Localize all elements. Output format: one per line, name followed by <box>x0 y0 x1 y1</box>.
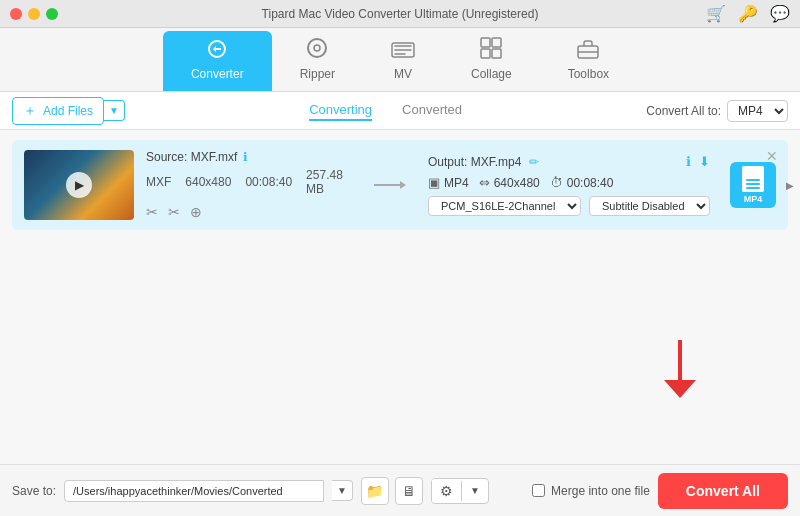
title-bar: Tipard Mac Video Converter Ultimate (Unr… <box>0 0 800 28</box>
nav-item-toolbox[interactable]: Toolbox <box>540 31 637 91</box>
tab-converted[interactable]: Converted <box>402 100 462 121</box>
source-label: Source: MXF.mxf <box>146 150 237 164</box>
settings-button[interactable]: ⚙ <box>432 479 461 503</box>
output-dropdowns: PCM_S16LE-2Channel Subtitle Disabled <box>428 196 710 216</box>
cut-icon[interactable]: ✂ <box>168 204 180 220</box>
convert-arrow <box>364 177 416 193</box>
svg-rect-7 <box>492 49 501 58</box>
nav-item-collage[interactable]: Collage <box>443 29 540 91</box>
mp4-badge-container: MP4 ▶ <box>730 162 776 208</box>
convert-all-button[interactable]: Convert All <box>658 473 788 509</box>
nav-label-toolbox: Toolbox <box>568 67 609 81</box>
download-output-icon[interactable]: ⬇ <box>699 154 710 169</box>
add-files-dropdown-button[interactable]: ▼ <box>104 100 125 121</box>
audio-channel-select[interactable]: PCM_S16LE-2Channel <box>428 196 581 216</box>
title-bar-icons: 🛒 🔑 💬 <box>706 4 790 23</box>
thumbnail[interactable]: ▶ <box>24 150 134 220</box>
svg-rect-6 <box>481 49 490 58</box>
source-line: Source: MXF.mxf ℹ <box>146 150 352 164</box>
settings-dropdown[interactable]: ▼ <box>462 481 488 500</box>
output-format: MP4 <box>444 176 469 190</box>
effect-icon[interactable]: ⊕ <box>190 204 202 220</box>
nav-item-converter[interactable]: Converter <box>163 31 272 91</box>
svg-rect-5 <box>492 38 501 47</box>
mv-icon <box>391 41 415 63</box>
svg-point-1 <box>308 39 326 57</box>
output-duration-chip: ⏱ 00:08:40 <box>550 175 614 190</box>
file-meta: MXF 640x480 00:08:40 257.48 MB <box>146 168 352 196</box>
svg-point-2 <box>314 45 320 51</box>
add-files-button[interactable]: ＋ Add Files <box>12 97 104 125</box>
ripper-icon <box>306 37 328 63</box>
minimize-button[interactable] <box>28 8 40 20</box>
convert-all-to-label: Convert All to: <box>646 104 721 118</box>
preview-button[interactable]: 🖥 <box>395 477 423 505</box>
file-card: ▶ Source: MXF.mxf ℹ MXF 640x480 00:08:40… <box>12 140 788 230</box>
mp4-file-icon <box>742 166 764 192</box>
collage-icon <box>480 37 502 63</box>
file-resolution: 640x480 <box>185 175 231 189</box>
key-icon[interactable]: 🔑 <box>738 4 758 23</box>
mp4-badge[interactable]: MP4 <box>730 162 776 208</box>
nav-label-collage: Collage <box>471 67 512 81</box>
svg-rect-4 <box>481 38 490 47</box>
red-arrow-indicator <box>660 340 700 406</box>
play-button[interactable]: ▶ <box>66 172 92 198</box>
svg-marker-13 <box>664 380 696 398</box>
nav-label-ripper: Ripper <box>300 67 335 81</box>
output-resolution-chip: ⇔ 640x480 <box>479 175 540 190</box>
format-select[interactable]: MP4 MKV AVI <box>727 100 788 122</box>
bottom-icons: 📁 🖥 <box>361 477 423 505</box>
app-title: Tipard Mac Video Converter Ultimate (Unr… <box>262 7 539 21</box>
file-size: 257.48 MB <box>306 168 352 196</box>
nav-label-mv: MV <box>394 67 412 81</box>
toolbar: ＋ Add Files ▼ Converting Converted Conve… <box>0 92 800 130</box>
merge-checkbox[interactable] <box>532 484 545 497</box>
clock-icon: ⏱ <box>550 175 563 190</box>
output-icons: ℹ ⬇ <box>686 154 710 169</box>
file-close-button[interactable]: ✕ <box>766 148 778 164</box>
cart-icon[interactable]: 🛒 <box>706 4 726 23</box>
bottom-bar: Save to: ▼ 📁 🖥 ⚙ ▼ Merge into one file C… <box>0 464 800 516</box>
edit-output-icon[interactable]: ✏ <box>529 155 539 169</box>
output-format-chip: ▣ MP4 <box>428 175 469 190</box>
nav-bar: Converter Ripper MV Collag <box>0 28 800 92</box>
info-output-icon[interactable]: ℹ <box>686 154 691 169</box>
output-label: Output: MXF.mp4 <box>428 155 521 169</box>
nav-label-converter: Converter <box>191 67 244 81</box>
save-to-label: Save to: <box>12 484 56 498</box>
convert-all-to-area: Convert All to: MP4 MKV AVI <box>646 100 788 122</box>
output-resolution: 640x480 <box>494 176 540 190</box>
converter-icon <box>205 39 229 63</box>
save-path-input[interactable] <box>64 480 324 502</box>
file-info-left: Source: MXF.mxf ℹ MXF 640x480 00:08:40 2… <box>146 150 352 220</box>
source-info-icon[interactable]: ℹ <box>243 150 248 164</box>
add-files-label: Add Files <box>43 104 93 118</box>
message-icon[interactable]: 💬 <box>770 4 790 23</box>
main-content: ▶ Source: MXF.mxf ℹ MXF 640x480 00:08:40… <box>0 130 800 464</box>
window-controls[interactable] <box>10 8 58 20</box>
output-duration: 00:08:40 <box>567 176 614 190</box>
close-button[interactable] <box>10 8 22 20</box>
trim-icon[interactable]: ✂ <box>146 204 158 220</box>
file-actions: ✂ ✂ ⊕ <box>146 204 352 220</box>
mp4-expand-icon[interactable]: ▶ <box>786 180 794 191</box>
subtitle-select[interactable]: Subtitle Disabled <box>589 196 710 216</box>
toolbox-icon <box>577 39 599 63</box>
maximize-button[interactable] <box>46 8 58 20</box>
nav-item-mv[interactable]: MV <box>363 33 443 91</box>
output-section: Output: MXF.mp4 ✏ ℹ ⬇ ▣ MP4 ⇔ 640x480 ⏱ <box>428 154 710 216</box>
output-line: Output: MXF.mp4 ✏ ℹ ⬇ <box>428 154 710 169</box>
toolbar-tabs: Converting Converted <box>125 100 646 121</box>
save-path-dropdown[interactable]: ▼ <box>332 480 353 501</box>
folder-browse-button[interactable]: 📁 <box>361 477 389 505</box>
resolution-icon: ⇔ <box>479 175 490 190</box>
plus-icon: ＋ <box>23 102 37 120</box>
merge-label: Merge into one file <box>551 484 650 498</box>
nav-item-ripper[interactable]: Ripper <box>272 29 363 91</box>
tab-converting[interactable]: Converting <box>309 100 372 121</box>
merge-checkbox-area: Merge into one file <box>532 484 650 498</box>
file-format: MXF <box>146 175 171 189</box>
output-meta-row: ▣ MP4 ⇔ 640x480 ⏱ 00:08:40 <box>428 175 710 190</box>
svg-marker-11 <box>400 181 406 189</box>
